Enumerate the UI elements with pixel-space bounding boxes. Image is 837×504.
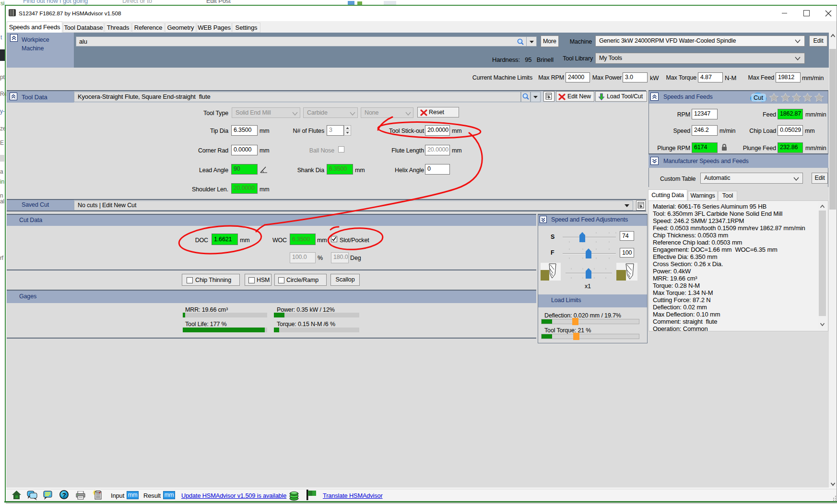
svg-text:Cut: Cut xyxy=(754,94,763,101)
svg-text:?: ? xyxy=(62,492,66,499)
